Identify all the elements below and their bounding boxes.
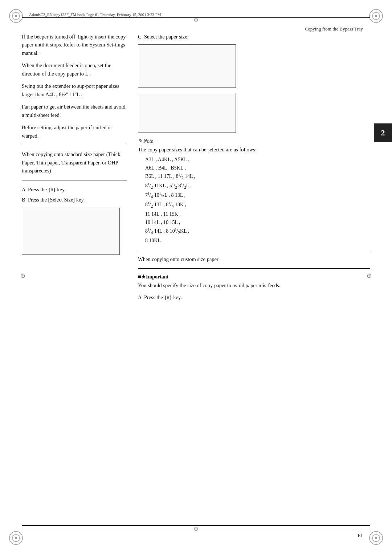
page-number: 61 [358,533,363,539]
file-info: AdonisC2_ENcopy122F_FM.book Page 61 Thur… [29,12,161,17]
step-b-label: B Press the [Select Size] key. [22,196,127,204]
corner-bottom-right [367,529,385,547]
note-section: ✎ Note The copy paper sizes that can be … [138,138,370,244]
para-document-feeder: When the document feeder is open, set th… [22,61,127,78]
svg-point-23 [375,537,377,539]
header-bottom-line [22,22,370,22]
bottom-line-1 [22,525,370,526]
size-row-6: 81/2 13L , 81/4 13K , [145,200,370,210]
header-top-line [22,17,370,18]
note-intro: The copy paper sizes that can be selecte… [138,146,370,154]
para-extender: Swing out the extender to sup-port paper… [22,82,127,98]
custom-size-heading: When copying onto custom size paper [138,255,370,263]
size-row-8: 10 14L , 10 15L , [145,218,370,227]
para-fan-paper: Fan paper to get air between the sheets … [22,103,127,119]
important-label: ■★Important [138,274,168,280]
divider-1 [22,145,127,145]
size-row-7: 11 14L , 11 15K , [145,210,370,218]
para-beeper: If the beeper is turned off, light-ly in… [22,33,127,57]
note-icon: ✎ Note [138,138,370,144]
svg-point-16 [15,537,17,539]
content-area: If the beeper is turned off, light-ly in… [22,33,370,518]
svg-point-2 [15,15,17,17]
page-header-title: Copying from the Bypass Tray [305,26,363,32]
standard-size-heading: When copying onto standard size paper (T… [22,150,127,175]
size-row-4: 81/2 11KL , 51/2 81/2L , [145,182,370,191]
size-row-1: A3L , A4KL , A5KL , [145,155,370,164]
size-row-2: A6L , B4L , B5KL , [145,164,370,172]
important-text: You should specify the size of copy pape… [138,281,370,289]
chapter-tab: 2 [374,123,392,142]
step-a-custom-label: A Press the {#} key. [138,293,370,301]
sizes-list: A3L , A4KL , A5KL , A6L , B4L , B5KL , B… [145,155,370,245]
left-column: If the beeper is turned off, light-ly in… [22,33,127,258]
step-c-label: C Select the paper size. [138,33,370,41]
divider-2 [22,180,127,180]
right-column: C Select the paper size. ✎ Note The copy… [138,33,370,304]
size-row-3: B6L , 11 17L , 81/2 14L , [145,172,370,182]
size-row-9: 81/4 14L , 8 101/2KL , [145,227,370,236]
size-row-5: 71/4 101/2L , 8 13L , [145,191,370,200]
image-box-left [22,208,120,255]
para-curled: Before setting, adjust the paper if curl… [22,123,127,140]
divider-custom-2 [138,268,370,269]
image-box-right-top [138,44,236,88]
svg-point-9 [375,15,377,17]
bottom-line-2 [22,530,370,530]
important-section: ■★Important You should specify the size … [138,274,370,289]
size-row-10: 8 10KL [145,236,370,245]
divider-custom [138,250,370,250]
image-box-right-mid [138,93,236,133]
corner-bottom-left [7,529,25,547]
chapter-number: 2 [381,128,385,138]
bottom-crosshair [189,526,203,531]
step-a-label: A Press the {#} key. [22,186,127,194]
